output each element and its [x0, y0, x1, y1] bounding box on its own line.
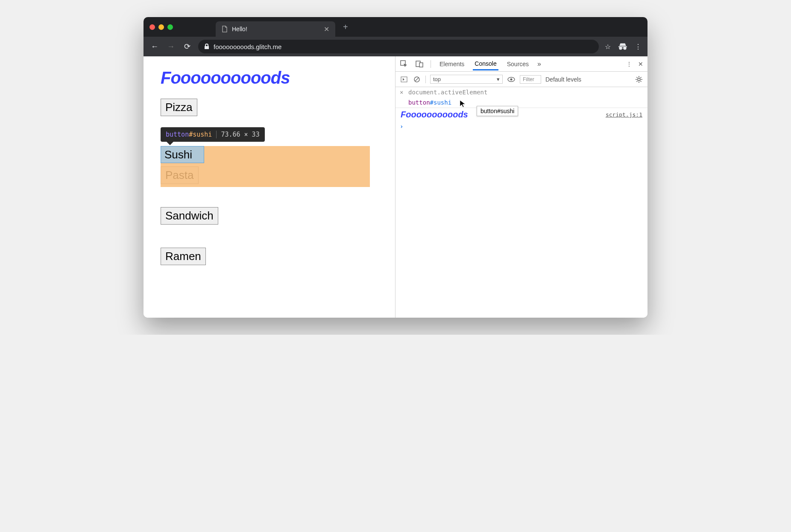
hover-tooltip: button#sushi — [477, 106, 518, 116]
result-tag: button — [408, 99, 430, 106]
window-titlebar: Hello! ✕ + — [144, 17, 647, 37]
tooltip-id-prefix: # — [189, 131, 193, 138]
console-toolbar: top ▾ Filter Default levels — [396, 72, 647, 87]
expression-text: document.activeElement — [408, 89, 487, 96]
tooltip-id: sushi — [193, 131, 212, 138]
devtools-menu-icon[interactable]: ⋮ — [626, 61, 632, 67]
log-levels[interactable]: Default levels — [545, 76, 581, 83]
devtools-close-icon[interactable]: ✕ — [638, 61, 643, 67]
chevron-down-icon: ▾ — [497, 76, 500, 82]
file-icon — [222, 26, 228, 32]
log-source-link[interactable]: script.js:1 — [606, 111, 642, 118]
expression-result-row: button#sushi — [396, 97, 647, 108]
food-button-ramen[interactable]: Ramen — [161, 248, 206, 265]
context-selector[interactable]: top ▾ — [430, 75, 503, 84]
log-message: Foooooooooods — [401, 110, 468, 120]
tab-console[interactable]: Console — [473, 58, 498, 70]
devtools-tabbar: Elements Console Sources » ⋮ ✕ — [396, 56, 647, 72]
close-window-button[interactable] — [149, 24, 155, 30]
food-button-sushi[interactable]: Sushi — [161, 146, 204, 163]
remove-expression-icon[interactable]: × — [400, 89, 406, 96]
inspect-tooltip: button#sushi 73.66 × 33 — [161, 127, 265, 142]
minimize-window-button[interactable] — [158, 24, 164, 30]
device-toggle-icon[interactable] — [415, 60, 424, 68]
sidebar-toggle-icon[interactable] — [400, 75, 408, 84]
menu-icon[interactable]: ⋮ — [635, 43, 642, 51]
food-button-sandwich[interactable]: Sandwich — [161, 207, 218, 225]
tab-elements[interactable]: Elements — [438, 58, 466, 70]
inspect-element-icon[interactable] — [400, 60, 408, 68]
console-output[interactable]: × document.activeElement button#sushi Fo… — [396, 87, 647, 318]
expression-result[interactable]: button#sushi — [400, 99, 451, 106]
tooltip-dimensions: 73.66 × 33 — [216, 131, 259, 138]
result-hash: # — [430, 99, 434, 106]
svg-line-5 — [415, 78, 419, 81]
settings-icon[interactable] — [635, 75, 643, 84]
svg-rect-2 — [419, 63, 423, 67]
tab-sources[interactable]: Sources — [505, 58, 530, 70]
live-expression-row: × document.activeElement — [396, 87, 647, 97]
address-bar[interactable]: fooooooooods.glitch.me — [198, 40, 599, 53]
filter-input[interactable]: Filter — [520, 75, 541, 84]
tooltip-tag: button — [166, 131, 189, 138]
maximize-window-button[interactable] — [167, 24, 173, 30]
tab-title: Hello! — [232, 26, 247, 32]
svg-point-8 — [638, 78, 640, 81]
browser-tab[interactable]: Hello! ✕ — [216, 21, 335, 37]
console-log-row: Foooooooooods script.js:1 — [396, 108, 647, 121]
more-tabs-icon[interactable]: » — [537, 60, 541, 68]
mouse-cursor-icon — [460, 100, 466, 108]
toolbar: ← → ⟳ fooooooooods.glitch.me ☆ ⋮ — [144, 37, 647, 56]
traffic-lights — [149, 24, 173, 30]
console-prompt[interactable]: › — [396, 121, 647, 132]
lock-icon — [204, 44, 209, 50]
svg-point-7 — [510, 78, 513, 80]
clear-console-icon[interactable] — [413, 75, 421, 84]
back-button[interactable]: ← — [149, 42, 160, 51]
food-button-pizza[interactable]: Pizza — [161, 99, 197, 116]
page-heading: Foooooooooods — [161, 68, 378, 88]
page-viewport: Foooooooooods Pizza Pasta Sandwich Ramen… — [144, 56, 396, 318]
sushi-button-label: Sushi — [164, 148, 192, 161]
context-value: top — [433, 76, 441, 82]
incognito-icon[interactable] — [618, 43, 627, 50]
star-icon[interactable]: ☆ — [605, 43, 611, 51]
result-id: sushi — [434, 99, 451, 106]
new-tab-button[interactable]: + — [343, 22, 348, 32]
url-text: fooooooooods.glitch.me — [214, 43, 281, 50]
devtools-panel: Elements Console Sources » ⋮ ✕ top — [396, 56, 647, 318]
forward-button[interactable]: → — [166, 42, 176, 51]
reload-button[interactable]: ⟳ — [182, 42, 192, 51]
live-expression-icon[interactable] — [507, 75, 516, 84]
close-tab-icon[interactable]: ✕ — [324, 25, 329, 33]
